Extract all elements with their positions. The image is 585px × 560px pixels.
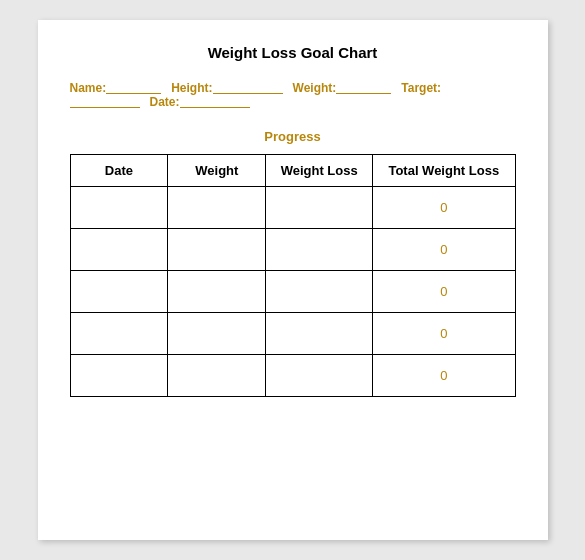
table-row: 0 [70, 271, 515, 313]
row1-weight[interactable] [168, 187, 266, 229]
row2-weight[interactable] [168, 229, 266, 271]
col-header-weight: Weight [168, 155, 266, 187]
height-input[interactable] [213, 82, 283, 94]
name-input[interactable] [106, 82, 161, 94]
row1-total[interactable]: 0 [373, 187, 515, 229]
table-row: 0 [70, 229, 515, 271]
table-header-row: Date Weight Weight Loss Total Weight Los… [70, 155, 515, 187]
height-label: Height: [171, 81, 212, 95]
target-input[interactable] [70, 96, 140, 108]
table-row: 0 [70, 187, 515, 229]
row5-loss[interactable] [266, 355, 373, 397]
row3-loss[interactable] [266, 271, 373, 313]
row3-date[interactable] [70, 271, 168, 313]
row2-loss[interactable] [266, 229, 373, 271]
name-label: Name: [70, 81, 107, 95]
row1-date[interactable] [70, 187, 168, 229]
weight-label: Weight: [293, 81, 337, 95]
col-header-total: Total Weight Loss [373, 155, 515, 187]
row4-weight[interactable] [168, 313, 266, 355]
row3-weight[interactable] [168, 271, 266, 313]
date-label: Date: [150, 95, 180, 109]
row4-date[interactable] [70, 313, 168, 355]
date-input[interactable] [180, 96, 250, 108]
row3-total[interactable]: 0 [373, 271, 515, 313]
target-label: Target: [401, 81, 441, 95]
form-fields: Name: Height: Weight: Target: Date: [70, 81, 516, 109]
weight-input[interactable] [336, 82, 391, 94]
row4-total[interactable]: 0 [373, 313, 515, 355]
row1-loss[interactable] [266, 187, 373, 229]
col-header-loss: Weight Loss [266, 155, 373, 187]
row2-total[interactable]: 0 [373, 229, 515, 271]
page-title: Weight Loss Goal Chart [70, 44, 516, 61]
progress-table: Date Weight Weight Loss Total Weight Los… [70, 154, 516, 397]
row5-total[interactable]: 0 [373, 355, 515, 397]
row5-weight[interactable] [168, 355, 266, 397]
table-row: 0 [70, 355, 515, 397]
table-row: 0 [70, 313, 515, 355]
page-container: Weight Loss Goal Chart Name: Height: Wei… [38, 20, 548, 540]
row4-loss[interactable] [266, 313, 373, 355]
col-header-date: Date [70, 155, 168, 187]
row5-date[interactable] [70, 355, 168, 397]
row2-date[interactable] [70, 229, 168, 271]
section-title: Progress [70, 129, 516, 144]
